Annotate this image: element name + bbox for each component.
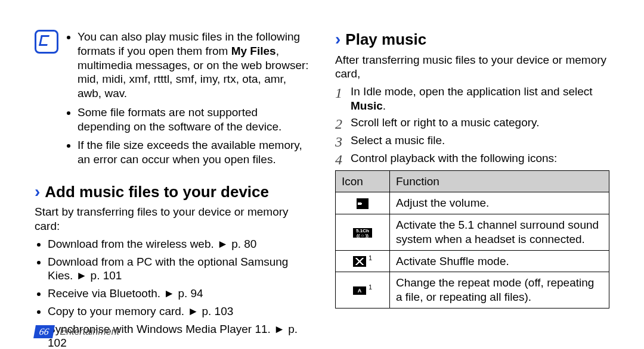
list-item: Copy to your memory card. ► p. 103 bbox=[48, 304, 309, 319]
function-table: Icon Function Adjust the volume. 5.1Ch((… bbox=[335, 170, 609, 309]
function-text: Activate the 5.1 channel surround sound … bbox=[390, 214, 609, 251]
note-item: If the file size exceeds the available m… bbox=[78, 138, 309, 167]
note-bold: My Files bbox=[231, 45, 276, 57]
step-text: . bbox=[383, 99, 386, 112]
icon-cell bbox=[336, 192, 390, 214]
table-header-row: Icon Function bbox=[336, 170, 609, 192]
chevron-icon: › bbox=[35, 183, 40, 200]
step: 1 In Idle mode, open the application lis… bbox=[335, 85, 609, 113]
step-body: Select a music file. bbox=[351, 133, 609, 148]
table-row: 1 Change the repeat mode (off, repeating… bbox=[336, 272, 609, 309]
heading-text: Play music bbox=[345, 30, 426, 49]
function-text: Adjust the volume. bbox=[390, 192, 609, 214]
volume-icon bbox=[357, 198, 369, 209]
note-item: You can also play music files in the fol… bbox=[78, 30, 309, 101]
5.1ch-icon: 5.1Ch(( ○ )) bbox=[353, 228, 372, 238]
icon-cell: 1 bbox=[336, 272, 390, 309]
step-bold: Music bbox=[351, 99, 383, 112]
table-row: 1 Activate Shuffle mode. bbox=[336, 250, 609, 272]
step-body: Scroll left or right to a music category… bbox=[351, 116, 609, 130]
list-item: Download from a PC with the optional Sam… bbox=[48, 255, 309, 283]
function-text: Change the repeat mode (off, repeating a… bbox=[390, 272, 609, 309]
play-heading: › Play music bbox=[335, 30, 609, 49]
repeat-icon bbox=[353, 286, 366, 295]
footnote-marker: 1 bbox=[369, 254, 372, 261]
step-text: In Idle mode, open the application list … bbox=[351, 85, 593, 98]
step-number: 1 bbox=[335, 85, 351, 100]
table-header: Function bbox=[390, 170, 609, 192]
function-text: Activate Shuffle mode. bbox=[390, 250, 609, 272]
note-block: You can also play music files in the fol… bbox=[35, 30, 309, 172]
chevron-icon: › bbox=[335, 31, 340, 48]
step: 3 Select a music file. bbox=[335, 133, 609, 149]
step-number: 3 bbox=[335, 133, 351, 149]
add-intro: Start by transferring files to your devi… bbox=[35, 205, 309, 233]
table-header: Icon bbox=[336, 170, 390, 192]
step: 4 Control playback with the following ic… bbox=[335, 151, 609, 167]
step: 2 Scroll left or right to a music catego… bbox=[335, 116, 609, 131]
play-intro: After transferring music files to your d… bbox=[335, 53, 609, 82]
list-item: Receive via Bluetooth. ► p. 94 bbox=[48, 286, 309, 301]
section-label: Entertainment bbox=[60, 326, 119, 336]
table-row: Adjust the volume. bbox=[336, 192, 609, 214]
play-steps: 1 In Idle mode, open the application lis… bbox=[335, 85, 609, 167]
footnote-marker: 1 bbox=[369, 283, 372, 291]
page-number: 66 bbox=[33, 325, 55, 338]
note-list: You can also play music files in the fol… bbox=[67, 30, 309, 172]
icon-cell: 1 bbox=[336, 250, 390, 272]
add-heading: › Add music files to your device bbox=[35, 182, 309, 202]
step-number: 4 bbox=[335, 151, 351, 167]
table-row: 5.1Ch(( ○ )) Activate the 5.1 channel su… bbox=[336, 214, 609, 251]
step-body: In Idle mode, open the application list … bbox=[351, 85, 609, 113]
icon-cell: 5.1Ch(( ○ )) bbox=[336, 214, 390, 251]
list-item: Download from the wireless web. ► p. 80 bbox=[48, 237, 309, 251]
footer: 66 Entertainment bbox=[35, 325, 119, 338]
step-body: Control playback with the following icon… bbox=[351, 151, 609, 166]
note-icon bbox=[35, 30, 58, 54]
heading-text: Add music files to your device bbox=[45, 182, 269, 202]
shuffle-icon bbox=[353, 256, 366, 267]
note-item: Some file formats are not supported depe… bbox=[78, 105, 309, 134]
step-number: 2 bbox=[335, 116, 351, 131]
